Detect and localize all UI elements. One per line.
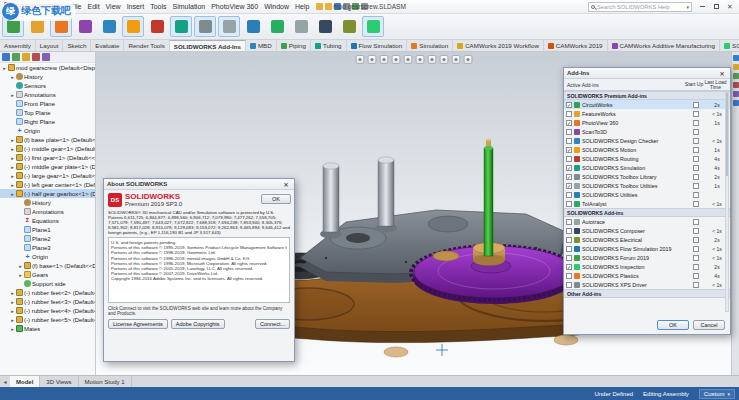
expand-caret-icon[interactable] bbox=[10, 146, 15, 152]
task-pane-icon[interactable] bbox=[733, 91, 739, 97]
active-checkbox[interactable] bbox=[566, 192, 572, 198]
expand-caret-icon[interactable] bbox=[10, 317, 15, 323]
command-tab[interactable]: Assembly bbox=[0, 40, 36, 51]
command-tab[interactable]: Render Tools bbox=[124, 40, 169, 51]
addin-row[interactable]: FeatureWorks < 1s bbox=[564, 109, 730, 118]
dialog-title-bar[interactable]: Add-Ins bbox=[564, 68, 730, 79]
addin-row[interactable]: SOLIDWORKS Toolbox Utilities 1s bbox=[564, 181, 730, 190]
heads-up-icon[interactable] bbox=[427, 55, 436, 64]
active-checkbox[interactable] bbox=[566, 255, 572, 261]
tree-item[interactable]: (-) rubber feet<3> (Default<-Defa... bbox=[0, 297, 95, 306]
addin-row[interactable]: SOLIDWORKS Routing 4s bbox=[564, 154, 730, 163]
menu-item[interactable]: Insert bbox=[124, 3, 148, 10]
expand-caret-icon[interactable] bbox=[10, 92, 15, 98]
addin-row[interactable]: SOLIDWORKS Utilities bbox=[564, 190, 730, 199]
addin-row[interactable]: SOLIDWORKS Simulation 4s bbox=[564, 163, 730, 172]
tree-item[interactable]: Equations bbox=[0, 216, 95, 225]
cancel-button[interactable]: Cancel bbox=[693, 320, 725, 330]
addin-row[interactable]: SOLIDWORKS Design Checker < 1s bbox=[564, 136, 730, 145]
startup-checkbox[interactable] bbox=[693, 192, 699, 198]
tree-item[interactable]: Origin bbox=[0, 252, 95, 261]
active-checkbox[interactable] bbox=[566, 264, 572, 270]
expand-caret-icon[interactable] bbox=[10, 191, 15, 197]
dialog-title-bar[interactable]: About SOLIDWORKS bbox=[104, 179, 294, 190]
expand-caret-icon[interactable] bbox=[2, 65, 7, 71]
startup-checkbox[interactable] bbox=[693, 165, 699, 171]
addin-toggle-button[interactable] bbox=[74, 16, 96, 37]
menu-item[interactable]: PhotoView 360 bbox=[208, 3, 261, 10]
tree-item[interactable]: mod gearscrew (Default<Display State-1>) bbox=[0, 63, 95, 72]
expand-caret-icon[interactable] bbox=[18, 263, 23, 269]
active-checkbox[interactable] bbox=[566, 183, 572, 189]
close-button[interactable]: ✕ bbox=[723, 1, 737, 13]
panel-tab-icon[interactable] bbox=[12, 53, 20, 61]
heads-up-icon[interactable] bbox=[379, 55, 388, 64]
connect-button[interactable]: Connect... bbox=[255, 319, 290, 329]
addin-toggle-button[interactable] bbox=[146, 16, 168, 37]
addin-toggle-button[interactable] bbox=[314, 16, 336, 37]
active-checkbox[interactable] bbox=[566, 246, 572, 252]
startup-checkbox[interactable] bbox=[693, 111, 699, 117]
task-pane-icon[interactable] bbox=[733, 55, 739, 61]
expand-caret-icon[interactable] bbox=[10, 182, 15, 188]
tree-item[interactable]: Plane2 bbox=[0, 234, 95, 243]
panel-tab-icon[interactable] bbox=[42, 53, 50, 61]
heads-up-icon[interactable] bbox=[391, 55, 400, 64]
command-tab[interactable]: Piping bbox=[277, 40, 311, 51]
heads-up-icon[interactable] bbox=[415, 55, 424, 64]
active-checkbox[interactable] bbox=[566, 129, 572, 135]
active-checkbox[interactable] bbox=[566, 156, 572, 162]
addin-row[interactable]: SOLIDWORKS Forum 2019 < 1s bbox=[564, 253, 730, 262]
tree-item[interactable]: Plane1 bbox=[0, 225, 95, 234]
addin-row[interactable]: TolAnalyst < 1s bbox=[564, 199, 730, 208]
tree-item[interactable]: (-) middle gear<1> (Default<<Defau... bbox=[0, 144, 95, 153]
close-icon[interactable] bbox=[281, 180, 291, 189]
menu-item[interactable]: Simulation bbox=[169, 3, 208, 10]
expand-caret-icon[interactable] bbox=[10, 290, 15, 296]
command-tab[interactable]: Sketch bbox=[63, 40, 91, 51]
heads-up-icon[interactable] bbox=[403, 55, 412, 64]
addin-row[interactable]: ScanTo3D bbox=[564, 127, 730, 136]
command-tab[interactable]: Evaluate bbox=[91, 40, 124, 51]
tree-item[interactable]: History bbox=[0, 72, 95, 81]
command-tab[interactable]: Tubing bbox=[311, 40, 347, 51]
tree-item[interactable]: Front Plane bbox=[0, 99, 95, 108]
addin-row[interactable]: PhotoView 360 1s bbox=[564, 118, 730, 127]
addin-row[interactable]: CircuitWorks 2s bbox=[564, 100, 730, 109]
addin-toggle-button[interactable] bbox=[338, 16, 360, 37]
copyright-box[interactable]: U.S. and foreign patents pending.Portion… bbox=[108, 237, 290, 303]
active-checkbox[interactable] bbox=[566, 201, 572, 207]
active-checkbox[interactable] bbox=[566, 165, 572, 171]
tree-item[interactable]: Mates bbox=[0, 324, 95, 333]
minimize-button[interactable] bbox=[695, 1, 709, 13]
tree-item[interactable]: Origin bbox=[0, 126, 95, 135]
command-tab[interactable]: SOLIDWORKS Inspection bbox=[720, 40, 739, 51]
tree-item[interactable]: (-) middle gear plate<1> (Default... bbox=[0, 162, 95, 171]
tree-item[interactable]: (-) rubber feet<5> (Default<-Defa... bbox=[0, 315, 95, 324]
startup-checkbox[interactable] bbox=[693, 183, 699, 189]
scrollbar-thumb[interactable] bbox=[726, 93, 728, 176]
addin-row[interactable]: Autotrace bbox=[564, 217, 730, 226]
tree-item[interactable]: Plane3 bbox=[0, 243, 95, 252]
active-checkbox[interactable] bbox=[566, 273, 572, 279]
startup-checkbox[interactable] bbox=[693, 201, 699, 207]
addin-toggle-button[interactable] bbox=[290, 16, 312, 37]
close-icon[interactable] bbox=[717, 69, 727, 78]
tree-item[interactable]: Support side bbox=[0, 279, 95, 288]
active-checkbox[interactable] bbox=[566, 102, 572, 108]
startup-checkbox[interactable] bbox=[693, 138, 699, 144]
command-tab[interactable]: CAMWorks 2019 Workflow bbox=[453, 40, 544, 51]
tree-item[interactable]: (f) base plate<1> (Default<<Default>_... bbox=[0, 135, 95, 144]
tree-item[interactable]: Annotations bbox=[0, 207, 95, 216]
addin-row[interactable]: SOLIDWORKS Inspection 2s bbox=[564, 262, 730, 271]
expand-caret-icon[interactable] bbox=[10, 155, 15, 161]
tree-item[interactable]: Sensors bbox=[0, 81, 95, 90]
addin-toggle-button[interactable] bbox=[218, 16, 240, 37]
command-tab[interactable]: MBD bbox=[246, 40, 277, 51]
search-dropdown-icon[interactable]: ▾ bbox=[686, 4, 689, 10]
active-checkbox[interactable] bbox=[566, 228, 572, 234]
addin-toggle-button[interactable] bbox=[98, 16, 120, 37]
expand-caret-icon[interactable] bbox=[10, 173, 15, 179]
adobe-copyrights-button[interactable]: Adobe Copyrights bbox=[171, 319, 225, 329]
panel-tab-icon[interactable] bbox=[32, 53, 40, 61]
